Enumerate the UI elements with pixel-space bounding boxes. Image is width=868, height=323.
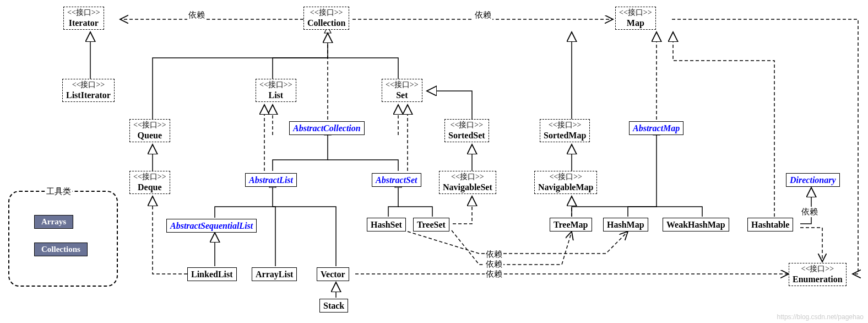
arraylist-class: ArrayList xyxy=(252,267,297,281)
abstractmap-class: AbstractMap xyxy=(629,121,683,135)
abstractlist-class: AbstractList xyxy=(245,173,297,187)
queue-interface: <<接口>>Queue xyxy=(129,119,170,142)
utility-group xyxy=(8,191,118,287)
dep-label-1: 依赖 xyxy=(187,10,206,20)
arrays-class: Arrays xyxy=(34,215,73,229)
set-interface: <<接口>>Set xyxy=(382,79,422,102)
treemap-class: TreeMap xyxy=(550,218,592,232)
collections-class: Collections xyxy=(34,243,88,256)
navigablemap-interface: <<接口>>NavigableMap xyxy=(534,171,597,194)
linkedlist-class: LinkedList xyxy=(187,267,237,281)
enumeration-interface: <<接口>>Enumeration xyxy=(789,263,847,286)
dep-label-3: 依赖 xyxy=(800,207,819,217)
listiterator-interface: <<接口>>ListIterator xyxy=(62,79,115,102)
deque-interface: <<接口>>Deque xyxy=(129,171,170,194)
treeset-class: TreeSet xyxy=(413,218,449,232)
collection-interface: <<接口>>Collection xyxy=(303,7,349,30)
abstractsequentiallist-class: AbstractSequentialList xyxy=(166,219,257,233)
navigableset-interface: <<接口>>NavigableSet xyxy=(439,171,496,194)
edges-svg xyxy=(0,0,868,323)
dep-label-6: 依赖 xyxy=(485,269,503,279)
hashtable-class: Hashtable xyxy=(747,218,793,232)
abstractcollection-class: AbstractCollection xyxy=(289,121,365,135)
watermark: https://blog.csdn.net/pagehao xyxy=(777,313,864,321)
weakhashmap-class: WeakHashMap xyxy=(663,218,729,232)
list-interface: <<接口>>List xyxy=(256,79,296,102)
iterator-interface: <<接口>>Iterator xyxy=(63,7,104,30)
map-interface: <<接口>>Map xyxy=(615,7,656,30)
vector-class: Vector xyxy=(317,267,349,281)
utility-label: 工具类 xyxy=(45,186,72,197)
diagram-canvas: 工具类 Arrays Collections <<接口>>Iterator <<… xyxy=(0,0,868,323)
hashset-class: HashSet xyxy=(367,218,406,232)
sortedset-interface: <<接口>>SortedSet xyxy=(444,119,489,142)
stack-class: Stack xyxy=(319,299,348,313)
abstractset-class: AbstractSet xyxy=(372,173,421,187)
dep-label-4: 依赖 xyxy=(485,249,503,260)
hashmap-class: HashMap xyxy=(603,218,648,232)
sortedmap-interface: <<接口>>SortedMap xyxy=(540,119,590,142)
dep-label-5: 依赖 xyxy=(485,259,503,270)
dep-label-2: 依赖 xyxy=(474,10,492,20)
directionary-class: Directionary xyxy=(786,173,840,187)
